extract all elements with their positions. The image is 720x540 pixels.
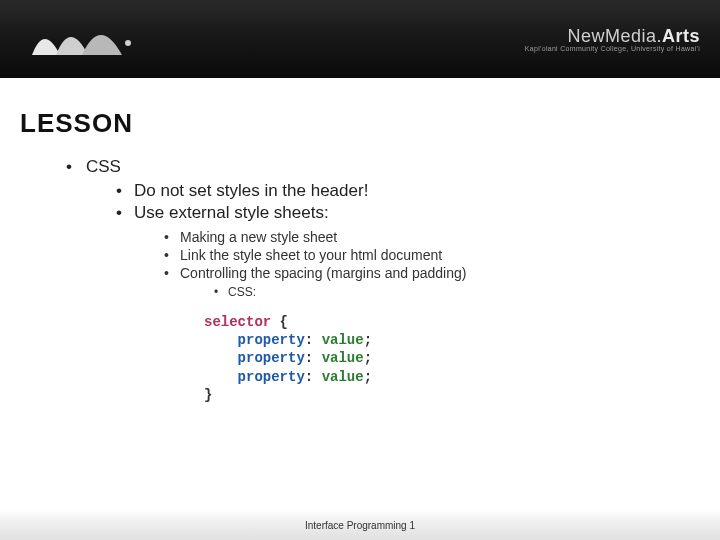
- bullet-spacing: Controlling the spacing (margins and pad…: [160, 265, 700, 404]
- footer-text: Interface Programming 1: [305, 520, 415, 531]
- bullet-spacing-text: Controlling the spacing (margins and pad…: [180, 265, 466, 281]
- bullet-external-sheets-text: Use external style sheets:: [134, 203, 329, 222]
- brand-title: NewMedia.Arts: [525, 26, 700, 47]
- brand-block: NewMedia.Arts Kapi'olani Community Colle…: [525, 26, 700, 52]
- brand-word-new: New: [567, 26, 605, 46]
- slide-content: LESSON CSS Do not set styles in the head…: [0, 78, 720, 404]
- bullet-list-level3: Making a new style sheet Link the style …: [134, 229, 700, 404]
- bullet-css: CSS Do not set styles in the header! Use…: [62, 157, 700, 404]
- code-open-brace: {: [271, 314, 288, 330]
- header-bar: NewMedia.Arts Kapi'olani Community Colle…: [0, 0, 720, 78]
- brand-subtitle: Kapi'olani Community College, University…: [525, 45, 700, 52]
- code-prop-1: property: [238, 332, 305, 348]
- bullet-external-sheets: Use external style sheets: Making a new …: [112, 203, 700, 404]
- slide-heading: LESSON: [20, 108, 700, 139]
- footer: Interface Programming 1: [0, 500, 720, 540]
- bullet-list-level2: Do not set styles in the header! Use ext…: [86, 181, 700, 404]
- code-val-1: value: [322, 332, 364, 348]
- bullet-css-label: CSS:: [210, 285, 700, 299]
- code-prop-2: property: [238, 350, 305, 366]
- bullet-list-level4: CSS:: [180, 285, 700, 299]
- bullet-css-text: CSS: [86, 157, 121, 176]
- code-prop-3: property: [238, 369, 305, 385]
- code-selector: selector: [204, 314, 271, 330]
- code-block: selector { property: value; property: va…: [204, 313, 700, 404]
- code-val-3: value: [322, 369, 364, 385]
- bullet-no-header-styles: Do not set styles in the header!: [112, 181, 700, 201]
- brand-word-arts: Arts: [662, 26, 700, 46]
- svg-point-0: [125, 40, 131, 46]
- bullet-making-sheet: Making a new style sheet: [160, 229, 700, 245]
- nma-swoosh-icon: [30, 15, 150, 63]
- code-val-2: value: [322, 350, 364, 366]
- bullet-link-sheet: Link the style sheet to your html docume…: [160, 247, 700, 263]
- logo-nma: [30, 15, 150, 63]
- code-close-brace: }: [204, 387, 212, 403]
- brand-word-media: Media: [605, 26, 657, 46]
- bullet-list-level1: CSS Do not set styles in the header! Use…: [20, 157, 700, 404]
